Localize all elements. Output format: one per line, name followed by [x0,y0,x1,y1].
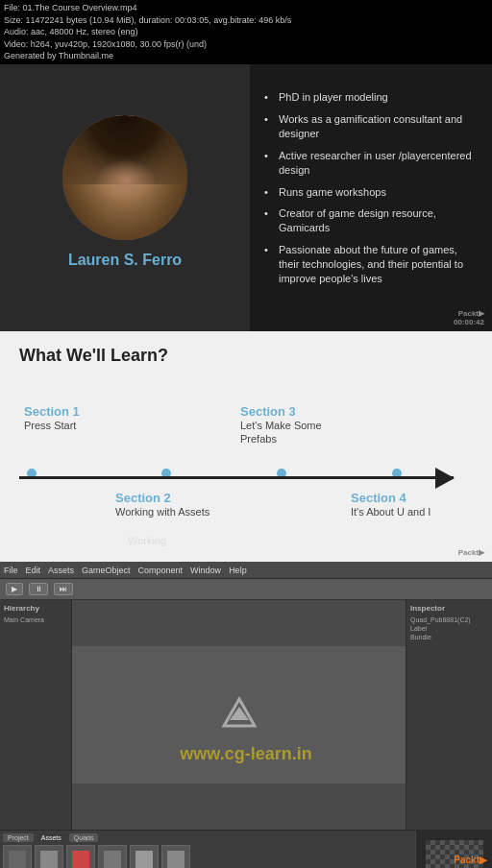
menu-item-file[interactable]: File [4,566,18,575]
menu-item-gameobject[interactable]: GameObject [82,566,131,575]
editor-section: FileEditAssetsGameObjectComponentWindowH… [0,562,492,868]
timeline-area: Section 1 Press Start Section 2 Working … [19,395,473,548]
section3-node: Section 3 Let's Make SomePrefabs [240,404,322,446]
play-button[interactable]: ▶ [6,583,23,595]
asset-panel: Project Assets Quads [0,831,415,868]
packt-editor-logo: Packt▶ [454,855,487,865]
packt-logo-learn: Packt▶ [458,548,484,557]
editor-left-panel: Hierarchy Main Camera [0,600,72,830]
menu-item-assets[interactable]: Assets [48,566,74,575]
asset-grid [3,845,412,868]
section2-label: Section 2 [115,491,209,505]
quads-tab[interactable]: Quads [69,833,99,842]
asset-item-2[interactable] [35,845,63,868]
section1-label: Section 1 [24,404,80,419]
profile-panel: Lauren S. Ferro [0,53,250,331]
file-info-bar: File: 01.The Course Overview.mp4 Size: 1… [0,0,492,64]
unity-logo-icon [220,695,258,734]
editor-bottom-panel: Project Assets Quads [0,830,492,868]
avatar [62,115,187,240]
hierarchy-title: Hierarchy [4,604,67,613]
timeline-arrow [19,476,454,479]
bio-item-4: Runs game workshops [264,185,473,200]
learn-title: What We'll Learn? [0,331,492,375]
menu-item-component[interactable]: Component [138,566,184,575]
bio-list: PhD in player modelingWorks as a gamific… [264,90,473,293]
menu-item-edit[interactable]: Edit [26,566,41,575]
bio-item-1: PhD in player modeling [264,90,473,105]
section2-node: Section 2 Working with Assets [115,491,209,518]
bio-item-6: Passionate about the future of games, th… [264,243,473,286]
menu-item-window[interactable]: Window [190,566,221,575]
editor-toolbar[interactable]: ▶ ⏸ ⏭ [0,579,492,600]
profile-name: Lauren S. Ferro [68,252,182,269]
section4-sub: It's About U and I [351,505,430,518]
file-info-line5: Generated by Thumbnail.me [4,50,488,62]
section1-sub: Press Start [24,419,80,432]
asset-item-5[interactable] [130,845,159,868]
file-info-line3: Audio: aac, 48000 Hz, stereo (eng) [4,26,488,38]
section4-label: Section 4 [351,491,430,505]
asset-item-4[interactable] [98,845,127,868]
bio-panel: PhD in player modelingWorks as a gamific… [250,53,492,331]
viewport-dark [72,646,406,784]
editor-viewport [72,600,406,830]
section3-sub: Let's Make SomePrefabs [240,419,322,446]
main-camera-item: Main Camera [4,616,67,623]
inspector-title: Inspector [410,604,488,613]
pause-button[interactable]: ⏸ [29,583,48,595]
section2-sub: Working with Assets [115,505,209,518]
avatar-face [62,115,187,240]
top-section: Lauren S. Ferro PhD in player modelingWo… [0,53,492,331]
bio-item-2: Works as a gamification consultant and d… [264,112,473,141]
asset-item-6[interactable] [161,845,190,868]
step-button[interactable]: ⏭ [54,583,73,595]
bio-item-5: Creator of game design resource, Gamicar… [264,206,473,235]
project-tab[interactable]: Project [3,833,34,842]
packt-logo-top: Packt▶ 00:00:42 [454,309,484,326]
file-info-line4: Video: h264, yuv420p, 1920x1080, 30.00 f… [4,38,488,51]
section3-label: Section 3 [240,404,322,419]
menu-item-help[interactable]: Help [229,566,247,575]
section1-node: Section 1 Press Start [24,404,80,432]
file-info-line2: Size: 11472241 bytes (10.94 MiB), durati… [4,14,488,27]
inspector-row-1: Quad_Pub8881(C2) [410,616,488,623]
file-info-line1: File: 01.The Course Overview.mp4 [4,2,488,14]
inspector-row-2: Label [410,625,488,632]
asset-item-1[interactable] [3,845,32,868]
bio-item-3: Active researcher in user /playercentere… [264,149,473,178]
asset-tabs: Project Assets Quads [3,833,412,842]
working-label: Working [128,535,166,546]
editor-menubar: FileEditAssetsGameObjectComponentWindowH… [0,562,492,579]
section4-node: Section 4 It's About U and I [351,491,430,518]
learn-section: What We'll Learn? www.cg-learn.in Sectio… [0,331,492,562]
assets-tab[interactable]: Assets [37,833,66,842]
editor-right-panel: Inspector Quad_Pub8881(C2) Label Bundle [406,600,492,830]
editor-main: Hierarchy Main Camera Inspector Quad_Pub… [0,600,492,830]
inspector-row-3: Bundle [410,634,488,640]
asset-item-3[interactable] [66,845,95,868]
